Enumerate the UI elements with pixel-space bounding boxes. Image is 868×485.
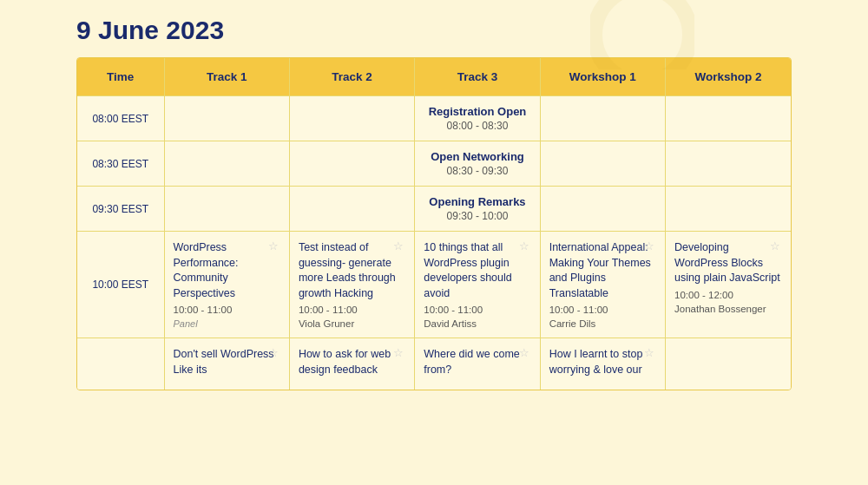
session-card: ☆ International Appeal: Making Your Them… xyxy=(549,240,656,329)
table-row: 10:00 EEST ☆ WordPress Performance: Comm… xyxy=(77,232,791,338)
empty-cell xyxy=(164,96,289,141)
empty-cell xyxy=(164,141,289,187)
col-header-track2: Track 2 xyxy=(289,58,414,96)
time-cell xyxy=(77,338,164,390)
session-cell-track3: ☆ 10 things that all WordPress plugin de… xyxy=(415,232,540,338)
empty-cell xyxy=(164,187,289,232)
time-cell: 08:30 EEST xyxy=(77,141,164,187)
session-card: ☆ Test instead of guessing- generate mor… xyxy=(299,240,405,329)
schedule-table: Time Track 1 Track 2 Track 3 Workshop 1 … xyxy=(76,57,792,390)
favorite-icon[interactable]: ☆ xyxy=(770,240,782,252)
table-row: 08:30 EEST Open Networking 08:30 - 09:30 xyxy=(77,141,791,187)
col-header-track3: Track 3 xyxy=(415,58,540,96)
favorite-icon[interactable]: ☆ xyxy=(268,347,280,359)
empty-cell xyxy=(666,141,791,187)
empty-cell xyxy=(666,96,791,141)
session-card: ☆ Developing WordPress Blocks using plai… xyxy=(674,240,782,314)
special-event-cell: Open Networking 08:30 - 09:30 xyxy=(415,141,540,187)
session-card: ☆ How to ask for web design feedback xyxy=(299,347,405,377)
page-wrapper: 9 June 2023 Time Track 1 Track 2 Track 3… xyxy=(0,0,868,390)
session-cell-track2: ☆ Test instead of guessing- generate mor… xyxy=(289,232,414,338)
col-header-track1: Track 1 xyxy=(164,58,289,96)
favorite-icon[interactable]: ☆ xyxy=(644,240,656,252)
empty-cell xyxy=(289,141,414,187)
empty-cell xyxy=(666,187,791,232)
session-card: ☆ Where did we come from? xyxy=(424,347,530,377)
time-cell: 09:30 EEST xyxy=(77,187,164,232)
favorite-icon[interactable]: ☆ xyxy=(519,347,531,359)
session-card: ☆ WordPress Performance: Community Persp… xyxy=(174,240,280,329)
special-event-cell: Opening Remarks 09:30 - 10:00 xyxy=(415,187,540,232)
session-cell-workshop1: ☆ How I learnt to stop worrying & love o… xyxy=(540,338,665,390)
col-header-time: Time xyxy=(77,58,164,96)
empty-cell xyxy=(540,187,665,232)
table-row: 09:30 EEST Opening Remarks 09:30 - 10:00 xyxy=(77,187,791,232)
page-title: 9 June 2023 xyxy=(76,16,868,45)
session-card: ☆ Don't sell WordPress Like its xyxy=(174,347,280,377)
empty-cell xyxy=(289,187,414,232)
special-event-cell: Registration Open 08:00 - 08:30 xyxy=(415,96,540,141)
session-cell-track1: ☆ WordPress Performance: Community Persp… xyxy=(164,232,289,338)
favorite-icon[interactable]: ☆ xyxy=(644,347,656,359)
favorite-icon[interactable]: ☆ xyxy=(393,240,405,252)
session-cell-track1: ☆ Don't sell WordPress Like its xyxy=(164,338,289,390)
favorite-icon[interactable]: ☆ xyxy=(268,240,280,252)
time-cell: 10:00 EEST xyxy=(77,232,164,338)
favorite-icon[interactable]: ☆ xyxy=(519,240,531,252)
page-header: 9 June 2023 xyxy=(0,0,868,57)
session-cell-workshop1: ☆ International Appeal: Making Your Them… xyxy=(540,232,665,338)
session-card: ☆ 10 things that all WordPress plugin de… xyxy=(424,240,530,329)
table-row: ☆ Don't sell WordPress Like its ☆ How to… xyxy=(77,338,791,390)
session-cell-workshop2: ☆ Developing WordPress Blocks using plai… xyxy=(666,232,791,338)
table-row: 08:00 EEST Registration Open 08:00 - 08:… xyxy=(77,96,791,141)
empty-cell xyxy=(289,96,414,141)
empty-cell xyxy=(540,141,665,187)
empty-cell xyxy=(540,96,665,141)
empty-cell xyxy=(666,338,791,390)
session-cell-track2: ☆ How to ask for web design feedback xyxy=(289,338,414,390)
time-cell: 08:00 EEST xyxy=(77,96,164,141)
session-cell-track3: ☆ Where did we come from? xyxy=(415,338,540,390)
session-card: ☆ How I learnt to stop worrying & love o… xyxy=(549,347,656,377)
favorite-icon[interactable]: ☆ xyxy=(393,347,405,359)
